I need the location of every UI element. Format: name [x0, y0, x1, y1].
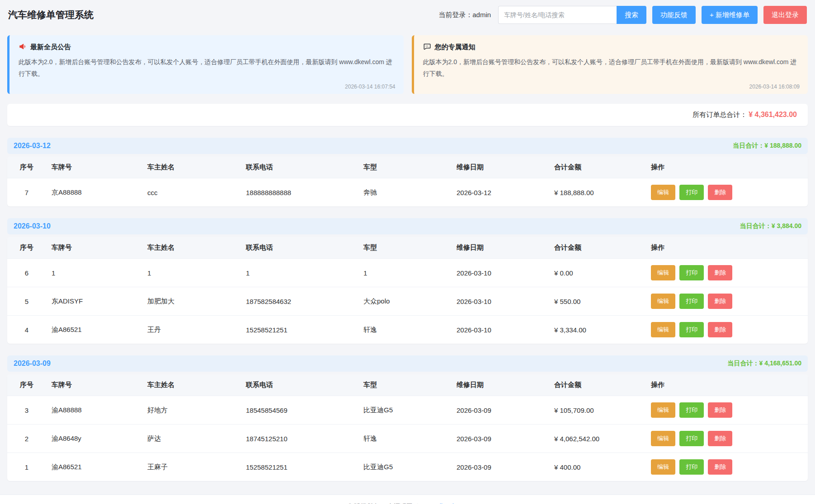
cell-actions: 编辑 打印 删除 — [645, 453, 808, 481]
day-total-amount: ¥ 3,884.00 — [772, 222, 801, 229]
cell-actions: 编辑 打印 删除 — [645, 316, 808, 344]
cell-owner: 加肥加大 — [142, 287, 240, 316]
personal-notice-body: 此版本为2.0，新增后台账号管理和公告发布，可以私发个人账号，适合修理厂员工带手… — [423, 56, 799, 79]
print-button[interactable]: 打印 — [679, 402, 704, 418]
announcement-title: 最新全员公告 — [30, 43, 71, 51]
current-login-label: 当前登录： — [438, 11, 472, 19]
cell-model: 轩逸 — [358, 425, 451, 453]
cell-owner: 萨达 — [142, 425, 240, 453]
search-input[interactable] — [498, 6, 617, 24]
column-header: 车型 — [358, 157, 451, 178]
grand-total-amount: ¥ 4,361,423.00 — [749, 111, 797, 118]
edit-button[interactable]: 编辑 — [651, 402, 675, 418]
print-button[interactable]: 打印 — [679, 431, 704, 446]
order-row: 4 渝A86521 王丹 15258521251 轩逸 2026-03-10 ¥… — [7, 316, 808, 344]
cell-plate: 东ADISYF — [46, 287, 142, 316]
column-header: 维修日期 — [451, 237, 549, 259]
delete-button[interactable]: 删除 — [708, 294, 732, 309]
cell-seq: 4 — [7, 316, 46, 344]
orders-table-card: 序号车牌号车主姓名联系电话车型维修日期合计金额操作 6 1 1 1 1 2026… — [7, 237, 808, 344]
announcement-timestamp: 2026-03-14 16:07:54 — [345, 84, 395, 90]
logout-button[interactable]: 退出登录 — [763, 6, 807, 24]
cell-owner: 王麻子 — [142, 453, 240, 481]
orders-table: 序号车牌号车主姓名联系电话车型维修日期合计金额操作 6 1 1 1 1 2026… — [7, 237, 808, 344]
day-total-label: 当日合计： — [733, 142, 764, 149]
column-header: 车主姓名 — [142, 157, 240, 178]
day-total-amount: ¥ 4,168,651.00 — [759, 359, 801, 367]
delete-button[interactable]: 删除 — [708, 431, 732, 446]
cell-amount: ¥ 400.00 — [549, 453, 645, 481]
edit-button[interactable]: 编辑 — [651, 431, 675, 446]
edit-button[interactable]: 编辑 — [651, 294, 675, 309]
column-header: 序号 — [7, 157, 46, 178]
cell-plate: 1 — [46, 259, 142, 287]
personal-notice-title: 您的专属通知 — [435, 43, 476, 51]
edit-button[interactable]: 编辑 — [651, 265, 675, 280]
delete-button[interactable]: 删除 — [708, 402, 732, 418]
column-header: 操作 — [645, 237, 808, 259]
column-header: 合计金额 — [549, 374, 645, 396]
cell-amount: ¥ 550.00 — [549, 287, 645, 316]
cell-amount: ¥ 188,888.00 — [549, 178, 645, 207]
cell-actions: 编辑 打印 删除 — [645, 425, 808, 453]
cell-model: 比亚迪G5 — [358, 453, 451, 481]
column-header: 合计金额 — [549, 157, 645, 178]
current-login: 当前登录：admin — [438, 11, 491, 19]
grand-total-card: 所有订单总合计：¥ 4,361,423.00 — [7, 104, 808, 126]
cell-owner: ccc — [142, 178, 240, 207]
order-row: 2 渝A8648y 萨达 18745125210 轩逸 2026-03-09 ¥… — [7, 425, 808, 453]
notice-cards: 最新全员公告 此版本为2.0，新增后台账号管理和公告发布，可以私发个人账号，适合… — [0, 35, 815, 94]
cell-phone: 15258521251 — [240, 316, 358, 344]
delete-button[interactable]: 删除 — [708, 322, 732, 337]
cell-phone: 188888888888 — [240, 178, 358, 207]
column-header: 序号 — [7, 374, 46, 396]
edit-button[interactable]: 编辑 — [651, 185, 675, 200]
order-group: 2026-03-12 当日合计：¥ 188,888.00 序号车牌号车主姓名联系… — [7, 138, 808, 206]
search-button[interactable]: 搜索 — [617, 6, 646, 24]
cell-model: 大众polo — [358, 287, 451, 316]
group-header-bar: 2026-03-12 当日合计：¥ 188,888.00 — [7, 138, 808, 154]
column-header: 车型 — [358, 237, 451, 259]
group-date: 2026-03-09 — [14, 359, 51, 368]
cell-plate: 渝A8648y — [46, 425, 142, 453]
order-row: 5 东ADISYF 加肥加大 187582584632 大众polo 2026-… — [7, 287, 808, 316]
cell-seq: 6 — [7, 259, 46, 287]
order-row: 7 京A88888 ccc 188888888888 奔驰 2026-03-12… — [7, 178, 808, 207]
cell-plate: 渝A88888 — [46, 396, 142, 425]
order-row: 3 渝A88888 好地方 18545854569 比亚迪G5 2026-03-… — [7, 396, 808, 425]
cell-date: 2026-03-10 — [451, 259, 549, 287]
print-button[interactable]: 打印 — [679, 294, 704, 309]
column-header: 维修日期 — [451, 157, 549, 178]
username: admin — [472, 11, 491, 19]
cell-plate: 渝A86521 — [46, 316, 142, 344]
cell-date: 2026-03-12 — [451, 178, 549, 207]
print-button[interactable]: 打印 — [679, 185, 704, 200]
edit-button[interactable]: 编辑 — [651, 322, 675, 337]
group-header-bar: 2026-03-09 当日合计：¥ 4,168,651.00 — [7, 355, 808, 372]
print-button[interactable]: 打印 — [679, 265, 704, 280]
order-group: 2026-03-10 当日合计：¥ 3,884.00 序号车牌号车主姓名联系电话… — [7, 218, 808, 344]
orders-table-card: 序号车牌号车主姓名联系电话车型维修日期合计金额操作 3 渝A88888 好地方 … — [7, 374, 808, 481]
orders-table-card: 序号车牌号车主姓名联系电话车型维修日期合计金额操作 7 京A88888 ccc … — [7, 157, 808, 206]
column-header: 联系电话 — [240, 157, 358, 178]
personal-notice-timestamp: 2026-03-14 16:08:09 — [749, 84, 800, 90]
delete-button[interactable]: 删除 — [708, 459, 732, 475]
column-header: 操作 — [645, 374, 808, 396]
table-header-row: 序号车牌号车主姓名联系电话车型维修日期合计金额操作 — [7, 237, 808, 259]
cell-actions: 编辑 打印 删除 — [645, 287, 808, 316]
print-button[interactable]: 打印 — [679, 322, 704, 337]
column-header: 联系电话 — [240, 374, 358, 396]
delete-button[interactable]: 删除 — [708, 265, 732, 280]
edit-button[interactable]: 编辑 — [651, 459, 675, 475]
column-header: 维修日期 — [451, 374, 549, 396]
cell-phone: 1 — [240, 259, 358, 287]
column-header: 合计金额 — [549, 237, 645, 259]
cell-plate: 渝A86521 — [46, 453, 142, 481]
cell-plate: 京A88888 — [46, 178, 142, 207]
add-order-button[interactable]: + 新增维修单 — [702, 6, 758, 24]
delete-button[interactable]: 删除 — [708, 185, 732, 200]
print-button[interactable]: 打印 — [679, 459, 704, 475]
feedback-button[interactable]: 功能反馈 — [652, 6, 696, 24]
group-date: 2026-03-10 — [14, 222, 51, 230]
speech-bubble-icon — [423, 42, 431, 52]
